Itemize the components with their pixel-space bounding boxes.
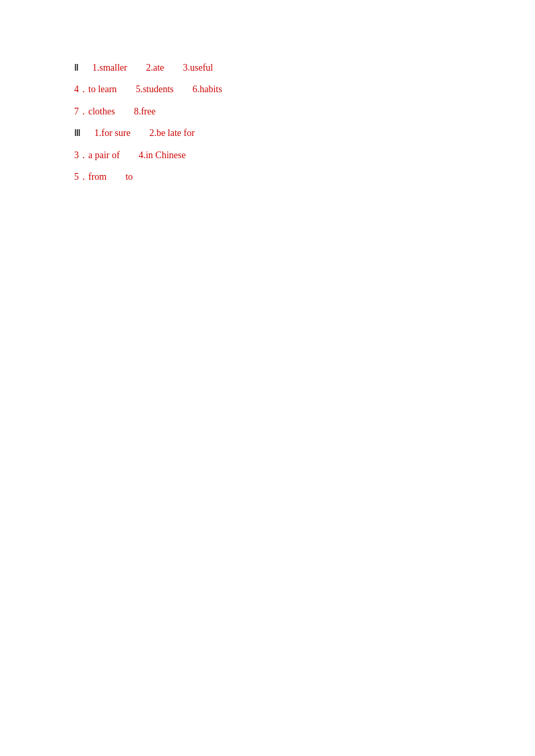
item-3-5-from: from <box>88 170 106 184</box>
item-2-3-num: 3. <box>183 61 191 75</box>
item-2-6-text: habits <box>199 82 222 97</box>
item-2-5-text: students <box>143 82 174 97</box>
item-2-4-text: to learn <box>88 82 117 97</box>
item-3-4-num: 4. <box>139 148 146 163</box>
item-3-2-text: be late for <box>156 126 195 141</box>
item-3-1-num: 1. <box>94 126 102 141</box>
item-3-5-to: to <box>125 170 133 184</box>
section2-row3: 7． clothes 8. free <box>74 104 535 119</box>
section3-row3: 5． from to <box>74 170 535 184</box>
section3-row1: Ⅲ 1. for sure 2. be late for <box>74 126 535 141</box>
section3-label: Ⅲ <box>74 126 81 141</box>
item-2-2-text: ate <box>153 61 164 75</box>
item-2-7-text: clothes <box>88 104 115 119</box>
item-3-3-text: a pair of <box>88 148 120 163</box>
section2-row1: Ⅱ 1. smaller 2. ate 3. useful <box>74 61 535 75</box>
item-3-2-num: 2. <box>150 126 157 141</box>
item-2-7-num: 7． <box>74 104 88 119</box>
item-2-5-num: 5. <box>135 82 143 97</box>
item-3-3-num: 3． <box>74 148 88 163</box>
section3-row2: 3． a pair of 4. in Chinese <box>74 148 535 163</box>
item-2-1-num: 1. <box>92 61 100 75</box>
item-2-1-text: smaller <box>100 61 127 75</box>
item-3-5-num: 5． <box>74 170 88 184</box>
section2-row2: 4． to learn 5. students 6. habits <box>74 82 535 97</box>
item-2-8-text: free <box>141 104 156 119</box>
item-2-8-num: 8. <box>134 104 141 119</box>
item-3-1-text: for sure <box>102 126 131 141</box>
item-2-4-num: 4． <box>74 82 88 97</box>
item-2-2-num: 2. <box>146 61 154 75</box>
item-2-6-num: 6. <box>193 82 200 97</box>
item-3-4-text: in Chinese <box>146 148 186 163</box>
item-2-3-text: useful <box>190 61 213 75</box>
main-content: Ⅱ 1. smaller 2. ate 3. useful 4． to lear… <box>0 0 535 184</box>
section2-label: Ⅱ <box>74 61 79 75</box>
